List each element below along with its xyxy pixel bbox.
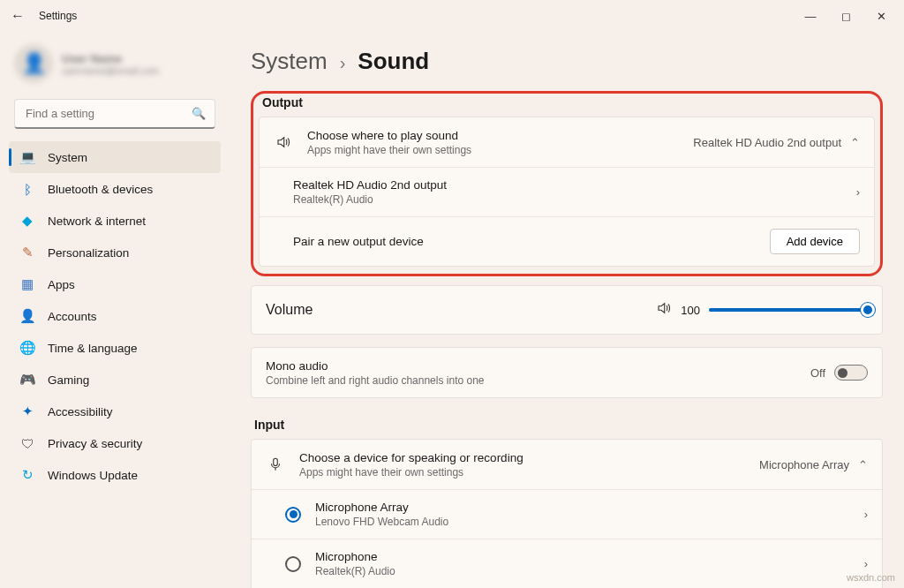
choose-output-value: Realtek HD Audio 2nd output bbox=[693, 136, 841, 149]
minimize-button[interactable]: — bbox=[793, 4, 828, 28]
sidebar: 👤 User Name username@email.com 🔍 💻System… bbox=[0, 32, 230, 588]
radio-selected-icon[interactable] bbox=[285, 507, 301, 523]
watermark: wsxdn.com bbox=[847, 572, 895, 583]
breadcrumb: System › Sound bbox=[251, 48, 883, 75]
nav-label: Apps bbox=[48, 278, 75, 291]
choose-input-sub: Apps might have their own settings bbox=[299, 466, 745, 479]
output-highlight-box: Output Choose where to play sound Apps m… bbox=[251, 91, 883, 276]
nav-label: Network & internet bbox=[48, 215, 146, 228]
pair-output-title: Pair a new output device bbox=[293, 235, 756, 248]
nav-label: Gaming bbox=[48, 373, 89, 387]
chevron-right-icon: › bbox=[864, 557, 868, 570]
nav-icon: ✎ bbox=[19, 245, 35, 260]
sidebar-item-privacy-security[interactable]: 🛡Privacy & security bbox=[9, 427, 221, 459]
search-input-container[interactable]: 🔍 bbox=[14, 99, 215, 129]
input-device-row[interactable]: Microphone Array Lenovo FHD Webcam Audio… bbox=[252, 489, 882, 539]
chevron-right-icon: › bbox=[856, 185, 860, 199]
nav-icon: ◆ bbox=[19, 213, 35, 229]
nav-icon: ✦ bbox=[19, 403, 35, 419]
profile-block[interactable]: 👤 User Name username@email.com bbox=[9, 39, 221, 95]
chevron-right-icon: › bbox=[340, 53, 346, 73]
sidebar-item-accounts[interactable]: 👤Accounts bbox=[9, 300, 221, 332]
window-title: Settings bbox=[39, 10, 77, 22]
nav-label: Bluetooth & devices bbox=[48, 183, 153, 196]
mono-audio-card[interactable]: Mono audio Combine left and right audio … bbox=[251, 347, 883, 398]
breadcrumb-parent[interactable]: System bbox=[251, 48, 328, 75]
mono-state: Off bbox=[810, 366, 825, 380]
volume-slider[interactable] bbox=[709, 308, 868, 312]
input-device-1-sub: Realtek(R) Audio bbox=[315, 565, 850, 577]
microphone-icon bbox=[266, 456, 285, 472]
nav-label: Accessibility bbox=[48, 405, 113, 418]
choose-output-sub: Apps might have their own settings bbox=[307, 144, 679, 156]
input-device-0-title: Microphone Array bbox=[315, 501, 850, 514]
speaker-icon bbox=[274, 134, 293, 150]
chevron-right-icon: › bbox=[864, 508, 868, 521]
main-content: System › Sound Output Choose where to pl… bbox=[230, 32, 904, 588]
sidebar-item-windows-update[interactable]: ↻Windows Update bbox=[9, 459, 221, 491]
nav-label: System bbox=[48, 151, 87, 164]
nav-icon: 🌐 bbox=[19, 340, 35, 356]
mono-sub: Combine left and right audio channels in… bbox=[266, 374, 796, 387]
chevron-up-icon: ⌃ bbox=[850, 136, 860, 149]
output-card: Choose where to play sound Apps might ha… bbox=[259, 117, 875, 267]
input-device-0-sub: Lenovo FHD Webcam Audio bbox=[315, 516, 850, 528]
nav-label: Time & language bbox=[48, 342, 138, 355]
volume-speaker-icon[interactable] bbox=[656, 300, 672, 320]
mono-toggle[interactable] bbox=[834, 365, 868, 381]
input-device-row[interactable]: Microphone Realtek(R) Audio › bbox=[252, 539, 882, 588]
breadcrumb-current: Sound bbox=[358, 48, 429, 75]
nav-label: Windows Update bbox=[48, 469, 138, 482]
nav-label: Privacy & security bbox=[48, 437, 142, 450]
sidebar-item-gaming[interactable]: 🎮Gaming bbox=[9, 364, 221, 396]
radio-unselected-icon[interactable] bbox=[285, 556, 301, 572]
nav-label: Accounts bbox=[48, 310, 97, 323]
maximize-button[interactable]: ◻ bbox=[828, 4, 863, 28]
choose-output-row[interactable]: Choose where to play sound Apps might ha… bbox=[260, 117, 874, 167]
choose-input-value: Microphone Array bbox=[759, 458, 849, 471]
choose-input-row[interactable]: Choose a device for speaking or recordin… bbox=[252, 440, 882, 489]
nav-icon: 🎮 bbox=[19, 372, 35, 388]
volume-label: Volume bbox=[266, 302, 644, 318]
sidebar-item-personalization[interactable]: ✎Personalization bbox=[9, 237, 221, 268]
nav-list: 💻SystemᛒBluetooth & devices◆Network & in… bbox=[9, 141, 221, 491]
sidebar-item-time-language[interactable]: 🌐Time & language bbox=[9, 332, 221, 364]
nav-icon: 💻 bbox=[19, 149, 35, 165]
chevron-up-icon: ⌃ bbox=[858, 458, 868, 471]
nav-icon: ᛒ bbox=[19, 181, 35, 197]
input-card: Choose a device for speaking or recordin… bbox=[251, 439, 883, 588]
input-heading: Input bbox=[254, 418, 883, 432]
sidebar-item-system[interactable]: 💻System bbox=[9, 141, 221, 173]
search-icon: 🔍 bbox=[192, 107, 206, 120]
add-output-device-button[interactable]: Add device bbox=[770, 229, 860, 254]
profile-name: User Name bbox=[62, 52, 159, 65]
close-button[interactable]: ✕ bbox=[863, 4, 899, 28]
avatar-icon: 👤 bbox=[14, 44, 53, 83]
output-device-row[interactable]: Realtek HD Audio 2nd output Realtek(R) A… bbox=[260, 167, 874, 216]
choose-output-title: Choose where to play sound bbox=[307, 129, 679, 142]
nav-label: Personalization bbox=[48, 246, 129, 260]
choose-input-title: Choose a device for speaking or recordin… bbox=[299, 451, 745, 464]
nav-icon: 🛡 bbox=[19, 435, 35, 451]
volume-value: 100 bbox=[681, 304, 700, 317]
mono-title: Mono audio bbox=[266, 359, 796, 373]
sidebar-item-bluetooth-devices[interactable]: ᛒBluetooth & devices bbox=[9, 173, 221, 205]
nav-icon: ▦ bbox=[19, 276, 35, 292]
output-device-title: Realtek HD Audio 2nd output bbox=[293, 178, 842, 192]
back-button[interactable]: ← bbox=[5, 4, 30, 28]
sidebar-item-network-internet[interactable]: ◆Network & internet bbox=[9, 205, 221, 237]
nav-icon: 👤 bbox=[19, 308, 35, 324]
pair-output-row: Pair a new output device Add device bbox=[260, 216, 874, 266]
profile-email: username@email.com bbox=[62, 65, 159, 76]
svg-rect-0 bbox=[274, 458, 278, 465]
nav-icon: ↻ bbox=[19, 467, 35, 483]
input-device-1-title: Microphone bbox=[315, 550, 850, 563]
sidebar-item-apps[interactable]: ▦Apps bbox=[9, 268, 221, 300]
volume-card: Volume 100 bbox=[251, 285, 883, 335]
sidebar-item-accessibility[interactable]: ✦Accessibility bbox=[9, 396, 221, 427]
title-bar: ← Settings — ◻ ✕ bbox=[0, 0, 904, 32]
output-heading: Output bbox=[262, 95, 875, 109]
output-device-sub: Realtek(R) Audio bbox=[293, 193, 842, 206]
search-input[interactable] bbox=[24, 106, 192, 121]
